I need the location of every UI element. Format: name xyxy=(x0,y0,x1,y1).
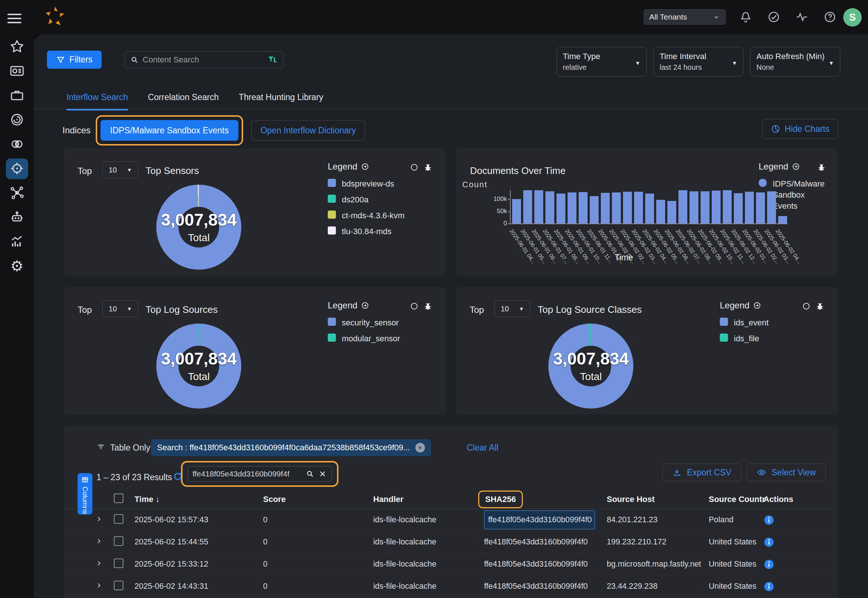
content-search-input[interactable] xyxy=(143,55,263,65)
column-header-sha256[interactable]: SHA256 xyxy=(485,495,516,504)
cell-sha256[interactable]: ffe418f05e43dd3160b099f4f0 xyxy=(484,537,607,547)
cell-handler: ids-file-localcache xyxy=(373,515,484,525)
search-icon[interactable] xyxy=(305,469,314,478)
cell-sha256[interactable]: ffe418f05e43dd3160b099f4f0 xyxy=(484,510,607,529)
legend-title[interactable]: Legend xyxy=(328,300,416,311)
legend-item[interactable]: tlu-30.84-mds xyxy=(328,226,416,237)
filters-button[interactable]: Filters xyxy=(47,51,102,69)
row-info-button[interactable] xyxy=(763,581,775,592)
radio-toggle-icon[interactable] xyxy=(803,303,810,309)
auto-refresh-select[interactable]: Auto Refresh (Min) None ▼ xyxy=(750,47,840,76)
sidebar-item-automation[interactable] xyxy=(0,205,34,229)
sidebar-item-visibility[interactable] xyxy=(0,108,34,132)
sidebar-item-correlations[interactable] xyxy=(0,181,34,205)
activity-icon[interactable] xyxy=(795,10,808,24)
tab-threat-hunting-library[interactable]: Threat Hunting Library xyxy=(239,92,323,111)
row-expand-button[interactable] xyxy=(95,515,114,525)
tab-interflow-search[interactable]: Interflow Search xyxy=(66,92,128,111)
y-tick-label: 100k xyxy=(493,195,511,203)
select-all-checkbox[interactable] xyxy=(114,493,123,503)
notifications-icon[interactable] xyxy=(739,10,752,24)
row-checkbox[interactable] xyxy=(114,581,123,590)
row-expand-button[interactable] xyxy=(95,559,114,569)
help-icon[interactable] xyxy=(823,10,837,24)
time-type-select[interactable]: Time Type relative ▼ xyxy=(557,47,647,76)
top-n-select[interactable]: 10▼ xyxy=(102,300,138,317)
sidebar-item-dashboards[interactable] xyxy=(0,59,34,83)
hamburger-menu-icon[interactable] xyxy=(7,11,21,23)
row-checkbox[interactable] xyxy=(114,514,123,524)
clear-search-icon[interactable] xyxy=(318,469,327,478)
donut-chart: 3,007,834 Total xyxy=(156,324,241,408)
export-csv-button[interactable]: Export CSV xyxy=(662,463,741,481)
sidebar-item-ml-detections[interactable] xyxy=(0,132,34,156)
row-info-button[interactable] xyxy=(763,514,775,526)
sidebar-item-investigate[interactable] xyxy=(0,156,34,181)
top-n-select[interactable]: 10▼ xyxy=(102,161,138,178)
legend-item[interactable]: ct-mds-4.3.6-kvm xyxy=(328,210,416,221)
table-only-label: Table Only: xyxy=(110,443,153,453)
tenant-selector[interactable]: All Tenants xyxy=(644,9,726,25)
cell-source-host: 23.44.229.238 xyxy=(607,582,709,591)
legend-title[interactable]: Legend xyxy=(720,300,808,311)
hide-charts-button[interactable]: Hide Charts xyxy=(762,119,838,139)
legend-swatch xyxy=(328,195,336,203)
table-body: 2025-06-02 15:57:43 0 ids-file-localcach… xyxy=(64,509,838,598)
tab-correlation-search[interactable]: Correlation Search xyxy=(148,92,219,111)
debug-icon[interactable] xyxy=(816,302,825,311)
row-expand-button[interactable] xyxy=(95,582,114,591)
debug-icon[interactable] xyxy=(424,302,433,311)
sidebar-item-favorites[interactable] xyxy=(0,34,34,59)
bar xyxy=(690,191,698,223)
legend-item[interactable]: bdspreview-ds xyxy=(328,178,416,190)
column-header-source-country[interactable]: Source Countr xyxy=(709,495,763,504)
row-info-button[interactable] xyxy=(763,559,775,570)
debug-icon[interactable] xyxy=(817,163,826,172)
radio-toggle-icon[interactable] xyxy=(411,164,418,170)
results-table-panel: Table Only: Search : ffe418f05e43dd3160b… xyxy=(64,426,838,598)
column-header-time[interactable]: Time ↓ xyxy=(135,495,263,504)
legend-title[interactable]: Legend xyxy=(328,161,416,172)
panel-top-log-source-classes: Top 10▼ Top Log Source Classes Legend id… xyxy=(456,287,838,414)
dropdown-arrow-icon: ▼ xyxy=(829,60,834,66)
legend-item[interactable]: modular_sensor xyxy=(328,333,416,344)
star-icon xyxy=(10,39,24,54)
system-status-icon[interactable] xyxy=(767,10,780,24)
clear-all-link[interactable]: Clear All xyxy=(467,443,498,453)
cell-sha256[interactable]: ffe418f05e43dd3160b099f4f0 xyxy=(484,582,607,591)
avatar[interactable]: S xyxy=(843,8,862,27)
row-info-button[interactable] xyxy=(763,537,775,548)
column-header-score[interactable]: Score xyxy=(263,495,373,504)
row-expand-button[interactable] xyxy=(95,537,114,547)
open-interflow-dictionary-button[interactable]: Open Interflow Dictionary xyxy=(251,120,365,141)
legend-item[interactable]: ids_event xyxy=(720,317,808,328)
radio-toggle-icon[interactable] xyxy=(411,303,418,309)
select-view-button[interactable]: Select View xyxy=(747,463,826,481)
selected-index-button[interactable]: IDPS/Malware Sandbox Events xyxy=(100,120,238,141)
chip-close-icon[interactable] xyxy=(415,443,425,453)
column-header-handler[interactable]: Handler xyxy=(373,495,484,504)
stellar-logo[interactable] xyxy=(43,5,66,28)
column-header-source-host[interactable]: Source Host xyxy=(607,495,709,504)
sidebar-item-cases[interactable] xyxy=(0,83,34,108)
sidebar-item-settings[interactable]: ⚙ xyxy=(0,254,34,278)
legend-item[interactable]: security_sensor xyxy=(328,317,416,328)
legend: Legend ids_event ids_file xyxy=(720,300,808,349)
table-search-input[interactable] xyxy=(193,469,302,478)
debug-icon[interactable] xyxy=(424,163,433,172)
search-filter-chip[interactable]: Search : ffe418f05e43dd3160b099f4f0ca6da… xyxy=(151,439,431,456)
row-checkbox[interactable] xyxy=(114,536,123,546)
top-n-select[interactable]: 10▼ xyxy=(494,300,530,317)
dropdown-arrow-icon: ▼ xyxy=(732,60,737,66)
bar xyxy=(612,193,621,223)
legend-item[interactable]: ids_file xyxy=(720,333,808,344)
lucene-toggle-icon[interactable] xyxy=(267,54,278,65)
sidebar-item-reports[interactable] xyxy=(0,229,34,254)
bar xyxy=(656,200,665,223)
time-interval-select[interactable]: Time Interval last 24 hours ▼ xyxy=(653,47,744,76)
row-checkbox[interactable] xyxy=(114,559,123,568)
time-type-label: Time Type xyxy=(563,52,600,61)
legend-item[interactable]: ds200a xyxy=(328,194,416,205)
cell-sha256[interactable]: ffe418f05e43dd3160b099f4f0 xyxy=(484,559,607,569)
legend-arrow-icon xyxy=(753,301,761,309)
